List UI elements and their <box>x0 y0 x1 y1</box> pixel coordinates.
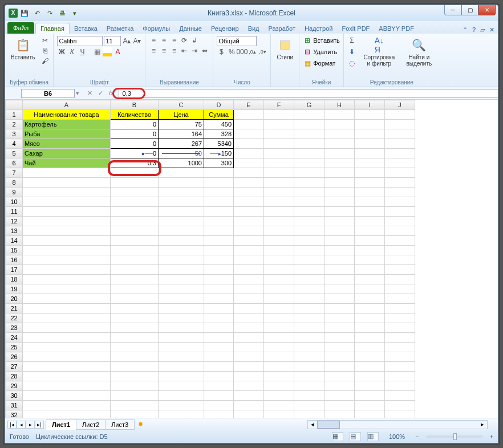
cell[interactable] <box>23 188 111 197</box>
find-select-button[interactable]: 🔍 Найти и выделить <box>402 36 436 78</box>
cell[interactable] <box>385 313 415 323</box>
cell[interactable] <box>355 236 385 246</box>
cell[interactable] <box>23 236 111 246</box>
row-header[interactable]: 20 <box>6 294 23 304</box>
cell[interactable] <box>159 188 204 197</box>
font-size-input[interactable] <box>104 36 121 46</box>
cell[interactable]: 328 <box>204 129 234 139</box>
align-left-icon[interactable]: ≡ <box>149 46 158 55</box>
cell[interactable] <box>159 401 204 410</box>
cell[interactable] <box>23 217 111 226</box>
cell[interactable] <box>294 333 324 343</box>
fx-icon[interactable]: fx <box>109 89 114 97</box>
column-header[interactable]: I <box>355 100 385 110</box>
sheet-nav-prev-icon[interactable]: ◂ <box>17 421 26 429</box>
cell[interactable] <box>294 178 324 188</box>
tab-abbyypdf[interactable]: ABBYY PDF <box>374 23 419 34</box>
window-close-button[interactable]: ✕ <box>478 5 496 15</box>
cell[interactable] <box>264 207 294 217</box>
cell[interactable] <box>294 410 324 418</box>
cell[interactable] <box>204 343 234 352</box>
cell[interactable] <box>159 304 204 313</box>
cell[interactable] <box>234 313 264 323</box>
tab-foxitpdf[interactable]: Foxit PDF <box>337 23 374 34</box>
cell[interactable] <box>23 381 111 391</box>
cell[interactable]: Рыба <box>23 129 111 139</box>
cell[interactable] <box>324 149 355 158</box>
cell[interactable] <box>385 352 415 362</box>
cell[interactable] <box>294 275 324 284</box>
row-header[interactable]: 25 <box>6 343 23 352</box>
cell[interactable] <box>234 158 264 168</box>
cell[interactable] <box>204 284 234 294</box>
cell[interactable] <box>111 246 159 255</box>
cell[interactable] <box>324 401 355 410</box>
workbook-close-icon[interactable]: ✕ <box>489 26 494 34</box>
cell[interactable] <box>111 188 159 197</box>
cell[interactable]: 300 <box>204 158 234 168</box>
cell[interactable] <box>324 207 355 217</box>
cell[interactable] <box>234 323 264 333</box>
cell[interactable] <box>111 197 159 207</box>
cell[interactable] <box>204 236 234 246</box>
row-header[interactable]: 15 <box>6 246 23 255</box>
copy-icon[interactable]: ⎘ <box>40 46 50 55</box>
cell[interactable] <box>385 129 415 139</box>
decrease-indent-icon[interactable]: ⇤ <box>180 46 189 55</box>
view-pagebreak-icon[interactable]: ▥ <box>367 432 379 441</box>
ribbon-minimize-icon[interactable]: ⌃ <box>463 26 468 34</box>
cell[interactable] <box>159 178 204 188</box>
cell[interactable] <box>385 255 415 265</box>
cell[interactable] <box>234 217 264 226</box>
cell[interactable] <box>264 178 294 188</box>
cell[interactable]: Количество <box>111 110 159 120</box>
cell[interactable] <box>23 275 111 284</box>
cell[interactable] <box>355 139 385 149</box>
cell[interactable] <box>234 381 264 391</box>
insert-cells-label[interactable]: Вставить <box>313 37 340 44</box>
cell[interactable] <box>234 284 264 294</box>
cell[interactable] <box>159 236 204 246</box>
align-center-icon[interactable]: ≡ <box>159 46 168 55</box>
cell[interactable] <box>355 246 385 255</box>
cell[interactable] <box>385 226 415 236</box>
cell[interactable] <box>264 275 294 284</box>
cell[interactable] <box>111 168 159 178</box>
cell[interactable] <box>111 323 159 333</box>
cell[interactable] <box>264 362 294 372</box>
cell[interactable] <box>324 313 355 323</box>
cell[interactable] <box>23 352 111 362</box>
cell[interactable] <box>385 294 415 304</box>
cell[interactable] <box>355 129 385 139</box>
format-painter-icon[interactable]: 🖌 <box>40 56 50 66</box>
delete-cells-label[interactable]: Удалить <box>313 48 337 55</box>
cell[interactable] <box>324 110 355 120</box>
cell[interactable]: 0 <box>111 129 159 139</box>
cell[interactable] <box>294 197 324 207</box>
cell[interactable] <box>264 139 294 149</box>
cell[interactable] <box>355 294 385 304</box>
cell[interactable] <box>355 217 385 226</box>
insert-cells-icon[interactable]: ⊞ <box>303 36 312 45</box>
tab-developer[interactable]: Разработ <box>264 23 300 34</box>
cell[interactable] <box>204 246 234 255</box>
cell[interactable] <box>294 236 324 246</box>
number-format-select[interactable] <box>217 36 257 46</box>
horizontal-scrollbar[interactable]: ◂ ▸ <box>307 420 488 429</box>
cell[interactable] <box>234 129 264 139</box>
cell[interactable] <box>324 323 355 333</box>
column-header[interactable]: H <box>324 100 355 110</box>
cell[interactable] <box>294 284 324 294</box>
cell[interactable] <box>234 333 264 343</box>
fill-icon[interactable]: ⬇ <box>347 47 356 56</box>
cell[interactable] <box>234 178 264 188</box>
cell[interactable]: 5340 <box>204 139 234 149</box>
cell[interactable] <box>324 226 355 236</box>
italic-icon[interactable]: К <box>67 47 76 56</box>
scroll-thumb[interactable] <box>317 421 340 429</box>
row-header[interactable]: 13 <box>6 226 23 236</box>
cell[interactable] <box>385 362 415 372</box>
cell[interactable] <box>294 372 324 381</box>
cell[interactable] <box>385 381 415 391</box>
cell[interactable] <box>324 217 355 226</box>
